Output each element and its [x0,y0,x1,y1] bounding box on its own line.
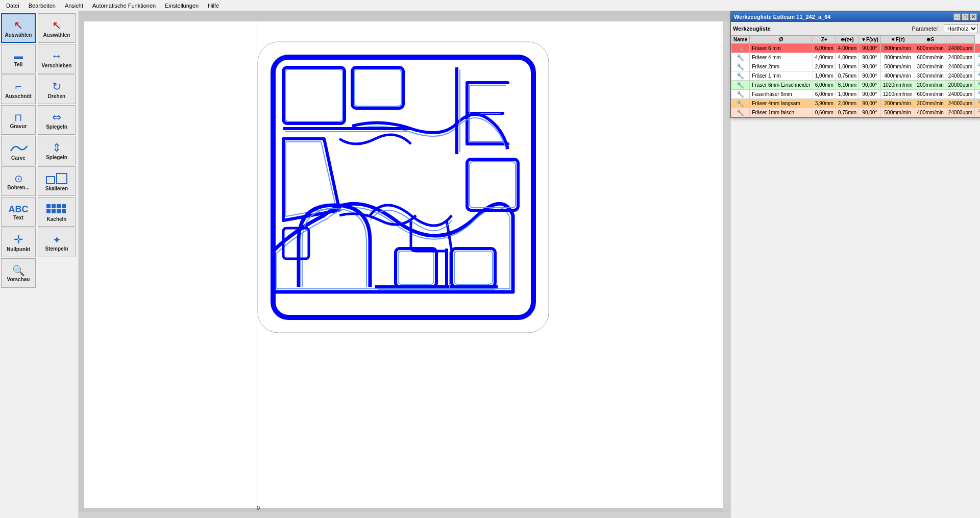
tool-text[interactable]: ABC Text [1,197,36,227]
row-actions[interactable]: 🔧✕ [975,81,980,90]
tool-gravur[interactable]: ⊓ Gravur [1,105,36,135]
window-minimize-button[interactable]: — [953,13,961,20]
col-fxy: ▼F(xy) [859,36,880,44]
row-fxy: 500mm/min [880,62,915,71]
arrow-cursor2-icon: ↖ [52,20,61,31]
left-toolbar: ↖ Auswählen ▬ Teil ⌐ Ausschnitt ⊓ Gravur… [0,11,79,518]
row-diameter: 6,00mm [813,44,836,53]
tool-stempeln[interactable]: ✦ Stempeln [38,228,76,257]
horizontal-scrollbar[interactable] [79,511,730,518]
werkzeug-table-body: 🔧Fräser 6 mm6,00mm4,00mm90,00°800mm/min6… [731,44,981,117]
tool-spiegeln1[interactable]: ⇔ Spiegeln [38,105,76,135]
row-actions[interactable]: 🔧✕ [975,90,980,99]
canvas-area[interactable]: 0 [79,11,730,518]
row-fz: 300mm/min [915,62,946,71]
table-row: 🔧Fräser 1 mm1,00mm0,75mm90,00°400mm/min3… [731,71,981,81]
row-z: 0,75mm [836,71,859,81]
svg-rect-2 [46,204,51,208]
row-diameter: 6,00mm [813,90,836,99]
tool-ausschnitt-label: Ausschnitt [5,93,32,99]
row-actions[interactable]: 🔧✕ [975,62,980,71]
window-maximize-button[interactable]: □ [962,13,969,20]
row-name: Fräser 6mm Einschneider [750,81,813,90]
ausschnitt-icon: ⌐ [15,81,22,92]
tool-vorschau[interactable]: 🔍 Vorschau [1,258,36,288]
stempeln-icon: ✦ [53,235,61,245]
row-edit-icon[interactable]: 🔧 [977,45,980,51]
row-fxy: 800mm/min [880,44,915,53]
row-name: Fräser 2mm [750,62,813,71]
row-speed: 24000upm [946,53,974,62]
row-edit-icon[interactable]: 🔧 [977,54,980,60]
tool-kacheln[interactable]: Kacheln [38,197,76,227]
tool-auswaehlen2[interactable]: ↖ Auswählen [38,13,76,43]
row-edit-icon[interactable]: 🔧 [977,100,980,106]
tool-drehen[interactable]: ↻ Drehen [38,75,76,104]
tool-spiegeln1-label: Spiegeln [46,124,67,130]
row-actions[interactable]: 🔧✕ [975,44,980,53]
row-speed: 24000upm [946,62,974,71]
menu-ansicht[interactable]: Ansicht [61,2,87,10]
col-s: ⊕S [915,36,946,44]
row-actions[interactable]: 🔧✕ [975,71,980,81]
design-canvas[interactable] [253,37,554,338]
menu-bar: Datei Bearbeiten Ansicht Automatische Fu… [0,0,980,11]
tool-auswaehlen-label: Auswählen [5,32,32,38]
row-fxy: 500mm/min [880,108,915,117]
svg-rect-5 [62,204,66,208]
window-controls: — □ ✕ [953,13,977,20]
menu-datei[interactable]: Datei [2,2,23,10]
tool-nullpunkt[interactable]: ✛ Nullpunkt [1,228,36,257]
row-z: 0,75mm [836,108,859,117]
row-fxy: 400mm/min [880,71,915,81]
tool-skalieren-label: Skalieren [45,186,68,191]
row-name: Fräser 4 mm [750,53,813,62]
row-actions[interactable]: 🔧✕ [975,53,980,62]
tool-auswaehlen[interactable]: ↖ Auswählen [1,13,36,43]
svg-rect-0 [46,177,55,184]
tool-bohren[interactable]: ⊙ Bohren... [1,166,36,196]
werkzeug-title: Werkzeugliste Estlcam 11_242_a_64 [734,14,830,20]
tool-skalieren[interactable]: Skalieren [38,166,76,196]
row-actions[interactable]: 🔧✕ [975,108,980,117]
menu-hilfe[interactable]: Hilfe [204,2,223,10]
row-edit-icon[interactable]: 🔧 [977,91,980,97]
row-z: 4,00mm [836,44,859,53]
row-actions[interactable]: 🔧✕ [975,99,980,108]
row-edit-icon[interactable]: 🔧 [977,63,980,69]
menu-einstellungen[interactable]: Einstellungen [161,2,203,10]
svg-rect-6 [46,209,51,213]
row-name: Fasenfräser 6mm [750,90,813,99]
vertical-scrollbar[interactable] [723,21,730,511]
row-edit-icon[interactable]: 🔧 [977,109,980,115]
tool-gravur-label: Gravur [10,124,27,129]
tool-verschieben-label: Verschieben [42,63,72,68]
menu-auto-funktionen[interactable]: Automatische Funktionen [88,2,160,10]
window-close-button[interactable]: ✕ [970,13,977,20]
param-select[interactable]: Hartholz [944,24,978,33]
tool-carve[interactable]: Carve [1,136,36,165]
row-fz: 600mm/min [915,90,946,99]
row-angle: 90,00° [859,53,880,62]
kacheln-icon [45,203,68,215]
row-edit-icon[interactable]: 🔧 [977,72,980,79]
table-row: 🔧Fasenfräser 6mm6,00mm1,00mm90,00°1200mm… [731,90,981,99]
tool-verschieben[interactable]: ↔ Verschieben [38,44,76,73]
toolbar-col2: ↖ Auswählen ↔ Verschieben ↻ Drehen ⇔ Spi… [38,13,77,516]
menu-bearbeiten[interactable]: Bearbeiten [24,2,60,10]
tool-ausschnitt[interactable]: ⌐ Ausschnitt [1,75,36,104]
row-name: Fräser 1mm falsch [750,108,813,117]
tool-spiegeln2[interactable]: ⇕ Spiegeln [38,136,76,165]
svg-rect-3 [52,204,56,208]
row-fz: 300mm/min [915,71,946,81]
werkzeug-window: Werkzeugliste Estlcam 11_242_a_64 — □ ✕ … [730,11,980,118]
row-speed: 24000upm [946,44,974,53]
tool-teil[interactable]: ▬ Teil [1,44,36,73]
row-fz: 600mm/min [915,44,946,53]
row-edit-icon[interactable]: 🔧 [977,82,980,88]
spiegeln-h-icon: ⇔ [52,112,61,123]
row-angle: 90,00° [859,90,880,99]
row-angle: 90,00° [859,108,880,117]
row-fz: 200mm/min [915,81,946,90]
row-speed: 24000upm [946,90,974,99]
